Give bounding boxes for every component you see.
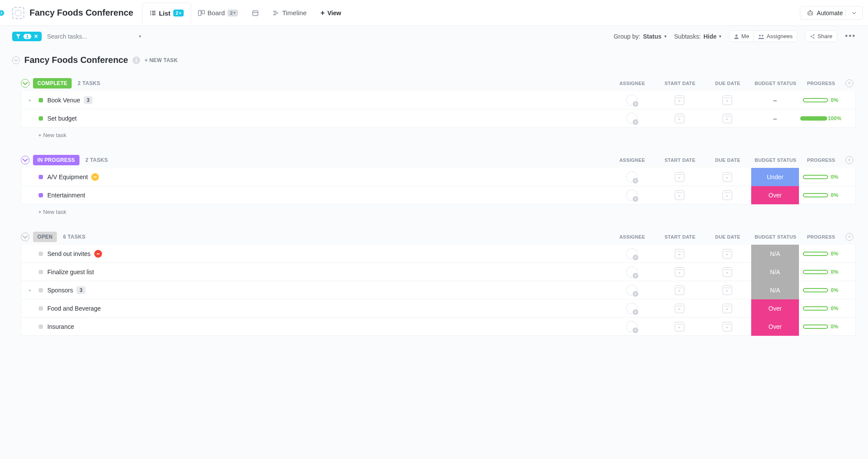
add-column-button[interactable]: + [845,156,853,164]
progress-bar[interactable]: 0% [803,269,838,275]
col-header-budget[interactable]: BUDGET STATUS [752,234,799,239]
assignee-placeholder[interactable] [626,171,637,183]
subtask-count[interactable]: 3 [76,286,86,294]
due-date-placeholder[interactable] [723,285,732,295]
view-tab-calendar[interactable] [245,3,266,23]
search-input[interactable] [47,33,134,40]
task-name[interactable]: Send out invites [47,250,91,257]
col-header-due-date[interactable]: DUE DATE [704,81,752,86]
status-pill[interactable]: COMPLETE [33,78,72,89]
col-header-due-date[interactable]: DUE DATE [704,157,752,163]
progress-bar[interactable]: 0% [803,192,838,198]
col-header-assignee[interactable]: ASSIGNEE [608,234,656,239]
progress-bar[interactable]: 0% [803,251,838,257]
assignees-filter-button[interactable]: Assignees [754,30,797,42]
task-row[interactable]: A/V Equipment Under 0% [21,168,856,186]
task-name[interactable]: Insurance [47,323,74,330]
due-date-placeholder[interactable] [723,95,732,105]
expand-subtasks-icon[interactable]: ▸ [29,288,34,292]
due-date-placeholder[interactable] [723,267,732,277]
due-date-placeholder[interactable] [723,114,732,123]
priority-flag-icon[interactable] [94,250,102,258]
collapse-group-button[interactable] [21,79,30,88]
info-icon[interactable]: i [132,56,140,64]
col-header-assignee[interactable]: ASSIGNEE [608,157,656,163]
collapse-group-button[interactable] [21,156,30,164]
groupby-control[interactable]: Group by: Status ▾ [614,33,666,40]
task-row[interactable]: Finalize guest list N/A 0% [21,263,856,281]
progress-bar[interactable]: 100% [800,115,842,121]
task-name[interactable]: Sponsors [47,287,73,294]
progress-bar[interactable]: 0% [803,305,838,311]
view-tab-list[interactable]: List 2▾ [142,3,191,23]
budget-status-cell[interactable]: – [751,97,799,104]
subtask-count[interactable]: 3 [84,96,93,104]
task-name[interactable]: Finalize guest list [47,269,94,275]
col-header-due-date[interactable]: DUE DATE [704,234,752,239]
budget-status-cell[interactable]: Over [751,299,799,318]
col-header-progress[interactable]: PROGRESS [799,234,843,239]
assignee-placeholder[interactable] [626,248,637,259]
progress-bar[interactable]: 0% [803,324,838,330]
col-header-assignee[interactable]: ASSIGNEE [608,81,656,86]
assignee-placeholder[interactable] [626,303,637,314]
task-name[interactable]: Set budget [47,115,77,122]
start-date-placeholder[interactable] [675,114,684,123]
task-name[interactable]: Food and Beverage [47,305,101,312]
priority-flag-icon[interactable] [91,173,99,181]
assignee-placeholder[interactable] [626,321,637,332]
col-header-start-date[interactable]: START DATE [656,234,704,239]
task-row[interactable]: Food and Beverage Over 0% [21,299,856,318]
task-name[interactable]: Book Venue [47,97,80,104]
status-dot[interactable] [39,98,43,102]
project-icon[interactable] [12,7,24,19]
col-header-start-date[interactable]: START DATE [656,157,704,163]
due-date-placeholder[interactable] [723,190,732,200]
status-dot[interactable] [39,175,43,179]
task-row[interactable]: Set budget – 100% [21,109,856,128]
new-task-row[interactable]: + New task [21,128,856,138]
sidebar-expand-button[interactable] [0,0,5,26]
budget-status-cell[interactable]: – [751,115,799,122]
due-date-placeholder[interactable] [723,249,732,259]
budget-status-cell[interactable]: Under [751,168,799,186]
col-header-progress[interactable]: PROGRESS [799,81,843,86]
status-pill[interactable]: OPEN [33,232,57,242]
new-task-button[interactable]: + NEW TASK [145,57,178,63]
col-header-budget[interactable]: BUDGET STATUS [752,81,799,86]
start-date-placeholder[interactable] [675,285,684,295]
new-task-row[interactable]: + New task [21,204,856,215]
status-dot[interactable] [39,193,43,197]
view-tab-board[interactable]: Board 2▾ [191,3,245,23]
start-date-placeholder[interactable] [675,267,684,277]
status-dot[interactable] [39,116,43,121]
assignee-placeholder[interactable] [626,285,637,296]
add-column-button[interactable]: + [845,233,853,241]
collapse-group-button[interactable] [21,233,30,241]
add-column-button[interactable]: + [845,79,853,87]
due-date-placeholder[interactable] [723,172,732,182]
status-dot[interactable] [39,325,43,329]
progress-bar[interactable]: 0% [803,174,838,180]
due-date-placeholder[interactable] [723,304,732,313]
due-date-placeholder[interactable] [723,322,732,331]
task-row[interactable]: ▸Sponsors3 N/A 0% [21,281,856,299]
automate-button[interactable]: Automate [800,6,863,20]
task-row[interactable]: Entertainment Over 0% [21,186,856,204]
budget-status-cell[interactable]: Over [751,186,799,204]
progress-bar[interactable]: 0% [803,97,838,103]
budget-status-cell[interactable]: N/A [751,281,799,299]
project-title[interactable]: Fancy Foods Conference [30,8,133,18]
task-row[interactable]: Insurance Over 0% [21,318,856,336]
assignee-placeholder[interactable] [626,190,637,201]
task-row[interactable]: Send out invites N/A 0% [21,245,856,263]
col-header-progress[interactable]: PROGRESS [799,157,843,163]
add-view-button[interactable]: + View [314,9,348,17]
search-expand-icon[interactable]: ▾ [139,34,141,39]
progress-bar[interactable]: 0% [803,287,838,293]
collapse-list-button[interactable] [12,56,20,64]
start-date-placeholder[interactable] [675,304,684,313]
me-filter-button[interactable]: Me [729,30,754,42]
more-menu-button[interactable]: ••• [845,32,856,41]
budget-status-cell[interactable]: Over [751,318,799,336]
